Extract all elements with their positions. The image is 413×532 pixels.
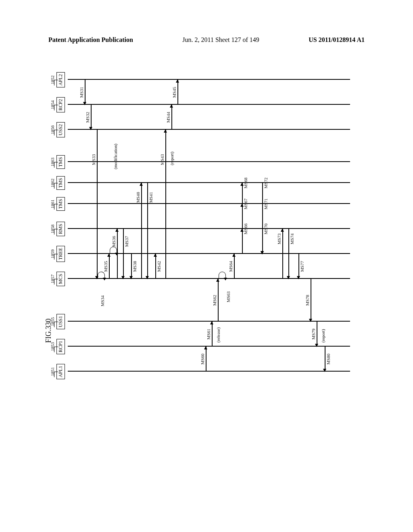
msg-label: MS80 [326, 354, 331, 365]
actor-apl1: 1851 APL1 [56, 360, 65, 383]
actor-tms3: 1863 TMS [56, 151, 65, 173]
msg-ms31: MS31 [85, 80, 86, 105]
msg-ms72: MS72 [262, 183, 263, 254]
actor-rcp2: 1854 RCP2 [56, 94, 65, 116]
note-report1: (report) [169, 152, 174, 165]
msg-ms40: MS40 [141, 183, 142, 279]
actor-rms: 1858 RMS [56, 218, 65, 240]
page-header: Patent Application Publication Jun. 2, 2… [0, 36, 413, 44]
msg-ms61: MS61 [212, 322, 213, 347]
msg-ms43: MS43 [165, 130, 166, 279]
msg-label: MS33 [91, 154, 96, 165]
note-report2: (report) [321, 329, 325, 343]
msg-ms73: MS73 [282, 229, 283, 279]
msg-label: MS77 [300, 261, 305, 272]
msg-label: MS34 [100, 295, 105, 306]
actor-mcs: 1857 MCS [56, 268, 65, 290]
msg-label: MS71 [263, 199, 268, 210]
msg-label: MS45 [172, 87, 177, 98]
msg-label: MS79 [311, 329, 316, 340]
sequence-diagram: 1851 APL1 1853 RCP1 1855 USS1 1857 MCS [56, 81, 363, 387]
msg-ms42: MS42 [155, 254, 156, 279]
msg-ms35: MS35 [109, 254, 110, 279]
msg-ms37: MS37 [123, 229, 124, 279]
actor-tms2: 1862 TMS [56, 172, 65, 194]
msg-ms32: MS32 [91, 105, 92, 130]
msg-label: MS60 [200, 354, 205, 365]
self-loop-mcs-2 [219, 272, 226, 279]
msg-ms74: MS74 [288, 229, 289, 279]
msg-label: MS37 [124, 236, 129, 247]
msg-ms41: MS41 [147, 183, 148, 279]
msg-label: MS62 [212, 295, 217, 306]
actor-tms1: 1861 TMS [56, 193, 65, 215]
header-center: Jun. 2, 2011 Sheet 127 of 149 [182, 36, 259, 44]
msg-label: MS64 [228, 261, 233, 272]
self-loop-mcs-1 [98, 272, 105, 279]
actor-rcp1: 1853 RCP1 [56, 335, 65, 358]
msg-label: MS31 [79, 87, 84, 98]
actor-uss1: 1855 USS1 [56, 310, 65, 333]
msg-ms80: MS80 [325, 347, 325, 372]
msg-label: MS36 [111, 236, 116, 247]
msg-label: MS67 [243, 199, 248, 210]
msg-ms64: MS64 [234, 254, 235, 279]
note-release: (release) [216, 327, 221, 343]
figure-label: FIG.330 [44, 318, 53, 343]
msg-ms77: MS77 [298, 254, 299, 279]
msg-ms45: MS45 [177, 80, 178, 105]
msg-label: MS43 [160, 154, 165, 165]
msg-label: MS40 [136, 192, 140, 203]
figure-page: 1851 APL1 1853 RCP1 1855 USS1 1857 MCS [40, 56, 373, 492]
msg-ms44: MS44 [171, 105, 172, 130]
msg-label: MS68 [243, 178, 248, 189]
msg-ms36: MS36 [117, 229, 118, 279]
header-left: Patent Application Publication [48, 36, 133, 44]
note-modification: (modification) [113, 143, 118, 169]
header-right: US 2011/0128914 A1 [309, 36, 365, 44]
msg-label: MS70 [263, 224, 268, 235]
msg-label: MS66 [243, 224, 248, 235]
msg-label: MS61 [206, 329, 211, 340]
actor-apl2: 1852 APL2 [56, 69, 65, 91]
msg-ms33: MS33 [97, 130, 98, 279]
actor-uss2: 1856 USS2 [56, 118, 65, 141]
msg-label: MS41 [148, 192, 153, 203]
msg-label: MS35 [103, 261, 108, 272]
msg-label: MS63 [226, 291, 231, 302]
msg-ms38: MS38 [131, 254, 132, 279]
self-loop-tree-1 [110, 247, 117, 254]
msg-ms62: MS62 [218, 279, 219, 322]
msg-label: MS44 [166, 112, 171, 123]
msg-ms68: MS68 [242, 183, 243, 254]
msg-ms79: MS79 [317, 322, 317, 347]
msg-ms60: MS60 [206, 347, 206, 372]
msg-ms78: MS78 [311, 279, 311, 322]
msg-label: MS73 [277, 233, 282, 244]
msg-label: MS42 [156, 261, 161, 272]
msg-label: MS38 [132, 261, 137, 272]
msg-label: MS78 [305, 295, 310, 306]
actor-tree: 1859 TREE [56, 243, 65, 265]
msg-label: MS32 [85, 112, 90, 123]
msg-label: MS72 [263, 178, 268, 189]
msg-label: MS74 [290, 233, 294, 244]
